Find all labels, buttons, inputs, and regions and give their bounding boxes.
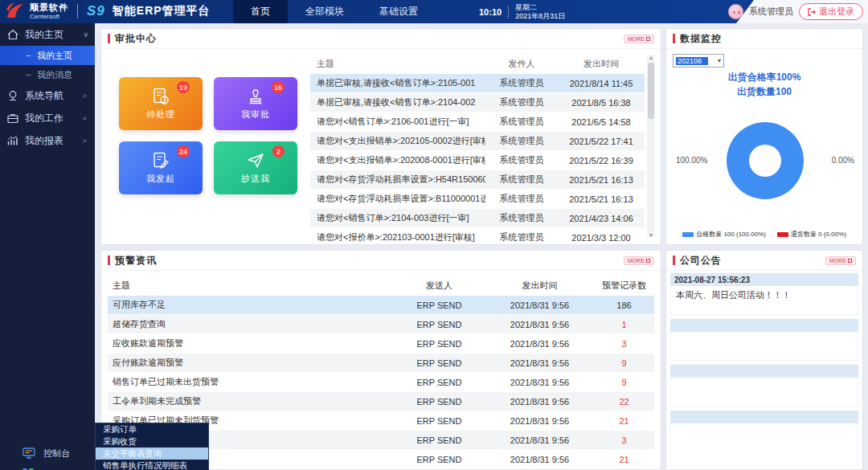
my-approvals-badge: 16: [272, 81, 285, 93]
stamp-icon: [246, 87, 265, 106]
announcement-time[interactable]: 2021-08-27 15:56:23: [670, 273, 858, 286]
sidebar: 我的主页 ∨ － 我的主页 － 我的消息 系统导航 ＞ 我的工作 ＞: [0, 23, 95, 470]
product-logo: S9: [87, 3, 105, 19]
legend-swatch-pass: [682, 232, 694, 237]
chart-legend: 合格数量 100 (100.00%) 退货数量 0 (0.00%): [666, 230, 862, 239]
my-approvals-label: 我审批: [241, 108, 270, 121]
nav-tab-all-modules[interactable]: 全部模块: [288, 0, 362, 23]
logout-button[interactable]: 退出登录: [799, 3, 863, 20]
announcement-body[interactable]: [670, 378, 858, 407]
sidebar-subitem-label: 我的主页: [37, 50, 72, 62]
console-label: 控制台: [43, 448, 70, 460]
sidebar-item-label: 我的报表: [25, 134, 81, 148]
pending-badge: 19: [177, 81, 190, 93]
menu-item-sales-exec-report[interactable]: 销售单执行情况明细表: [96, 460, 208, 470]
menu-item-balance-query[interactable]: 未交平衡表查询: [96, 448, 208, 460]
cc-label: 抄送我: [241, 173, 270, 185]
panel-title: 审批中心: [115, 32, 157, 46]
cc-badge: 2: [272, 145, 285, 157]
table-row[interactable]: 请您对<销售订单>:2104-003进行[一审]系统管理员2021/4/23 1…: [310, 209, 645, 227]
sidebar-item-system-nav[interactable]: 系统导航 ＞: [0, 84, 95, 107]
top-bar: 顺景软件 Centersoft S9 智能ERP管理平台 首页 全部模块 基础设…: [0, 0, 868, 23]
table-row[interactable]: 销售订单已过期未出货预警ERP SEND2021/8/31 9:569: [108, 373, 654, 391]
sidebar-subitem-my-home[interactable]: － 我的主页: [0, 46, 95, 65]
chevron-right-icon: ＞: [81, 136, 88, 146]
table-row[interactable]: 可用库存不足ERP SEND2021/8/31 9:56186: [108, 296, 654, 314]
nav-tab-basic-settings[interactable]: 基础设置: [362, 0, 436, 23]
panel-accent: [108, 255, 110, 265]
announcement-body[interactable]: [670, 423, 858, 466]
table-row[interactable]: 请您对<支出报销单>:202008-0001进行[审核]系统管理员2021/5/…: [310, 151, 645, 170]
sidebar-item-label: 系统导航: [25, 89, 81, 103]
user-name: 系统管理员: [749, 6, 793, 18]
chevron-down-icon: ∨: [83, 31, 88, 39]
my-approvals-card[interactable]: 16 我审批: [214, 77, 297, 130]
announcements-panel: 公司公告 MORE 2021-08-27 15:56:23 本周六、周日公司活动…: [665, 250, 863, 470]
cc-to-me-card[interactable]: 2 抄送我: [214, 141, 297, 194]
start-button[interactable]: 开 始: [0, 465, 95, 470]
doc-clock-icon: [151, 87, 170, 106]
sidebar-subitem-my-messages[interactable]: － 我的消息: [0, 65, 95, 84]
panel-title: 公司公告: [680, 254, 722, 268]
main-content: 审批中心 MORE 19 待处理 16: [95, 23, 868, 470]
doc-pencil-icon: [151, 151, 170, 170]
pending-label: 待处理: [146, 108, 175, 121]
nav-tab-home[interactable]: 首页: [233, 0, 288, 23]
panel-accent: [673, 34, 675, 43]
donut-label-left: 100.00%: [676, 156, 707, 165]
sidebar-item-my-reports[interactable]: 我的报表 ＞: [0, 129, 95, 152]
data-monitor-panel: 数据监控 202108 ▾ 出货合格率100% 出货数量100 100.00% …: [665, 28, 863, 245]
sidebar-subitem-label: 我的消息: [37, 69, 72, 81]
table-row[interactable]: 请您对<存货浮动耗损率设置>:B11000001进行[审核]系统管理员2021/…: [310, 190, 645, 208]
table-row[interactable]: 单据已审核,请接收<销售订单>:2105-001系统管理员2021/8/14 1…: [310, 74, 645, 92]
table-row[interactable]: 请您对<销售订单>:2106-001进行[一审]系统管理员2021/6/5 14…: [310, 112, 645, 131]
table-row[interactable]: 请您对<支出报销单>:202105-0002进行[审核]系统管理员2021/5/…: [310, 132, 645, 150]
user-avatar[interactable]: [728, 4, 743, 19]
initiated-badge: 24: [177, 145, 190, 157]
approval-table: 主题 发件人 发出时间 单据已审核,请接收<销售订单>:2105-001系统管理…: [310, 55, 645, 238]
user-area: 系统管理员 退出登录: [728, 0, 863, 23]
legend-pass-label: 合格数量 100 (100.00%): [696, 230, 766, 239]
period-select[interactable]: 202108 ▾: [673, 54, 724, 67]
table-row[interactable]: 应付账款逾期预警ERP SEND2021/8/31 9:569: [108, 354, 654, 372]
approval-scrollbar[interactable]: ▲▼: [647, 55, 655, 238]
period-value: 202108: [676, 57, 708, 65]
table-row[interactable]: 应收账款逾期预警ERP SEND2021/8/31 9:563: [108, 334, 654, 353]
brand-area: 顺景软件 Centersoft S9 智能ERP管理平台: [5, 2, 211, 21]
product-title: 智能ERP管理平台: [113, 4, 211, 18]
alerts-table-header: 主题 发送人 发出时间 预警记录数: [108, 276, 654, 295]
announcement-time[interactable]: [670, 411, 858, 423]
sidebar-item-my-work[interactable]: 我的工作 ＞: [0, 107, 95, 129]
approval-more-button[interactable]: MORE: [624, 35, 654, 43]
panel-accent: [108, 34, 110, 43]
announcement-body[interactable]: 本周六、周日公司活动！！！: [670, 286, 858, 315]
approval-cards: 19 待处理 16 我审批: [119, 77, 302, 194]
table-row[interactable]: 工令单到期未完成预警ERP SEND2021/8/31 9:5622: [108, 392, 654, 411]
announcement-time[interactable]: [670, 365, 858, 378]
logout-icon: [808, 8, 816, 16]
alerts-more-button[interactable]: MORE: [624, 256, 654, 265]
panel-title: 预警资讯: [115, 254, 157, 268]
table-row[interactable]: 请您对<存货浮动耗损率设置>:H54R15006002进行[审核]系统管理员20…: [310, 170, 645, 189]
chevron-down-icon: ▾: [718, 57, 721, 64]
ship-qty-text: 出货数量100: [666, 85, 862, 99]
initiated-by-me-card[interactable]: 24 我发起: [119, 141, 203, 194]
announcement-time[interactable]: [670, 319, 858, 332]
table-row[interactable]: 请您对<报价单>:202103-0001进行[审核]系统管理员2021/3/3 …: [310, 228, 645, 247]
weekday-label: 星期二: [515, 3, 565, 12]
initiated-label: 我发起: [146, 173, 175, 185]
table-row[interactable]: 单据已审核,请接收<销售订单>:2104-002系统管理员2021/8/5 16…: [310, 93, 645, 112]
pending-card[interactable]: 19 待处理: [119, 77, 203, 130]
menu-item-purchase-order[interactable]: 采购订单: [96, 423, 208, 435]
brand-divider: [77, 4, 78, 18]
location-pin-icon: [6, 89, 19, 102]
announcements-more-button[interactable]: MORE: [825, 256, 856, 265]
paper-plane-icon: [246, 151, 265, 170]
sidebar-item-my-home[interactable]: 我的主页 ∨: [0, 23, 95, 46]
pass-rate-text: 出货合格率100%: [666, 71, 862, 84]
console-button[interactable]: 控制台: [0, 444, 95, 462]
table-row[interactable]: 超储存货查询ERP SEND2021/8/31 9:561: [108, 315, 654, 333]
chart-icon: [6, 134, 19, 147]
menu-item-purchase-receipt[interactable]: 采购收货: [96, 435, 208, 448]
announcement-body[interactable]: [670, 332, 858, 361]
